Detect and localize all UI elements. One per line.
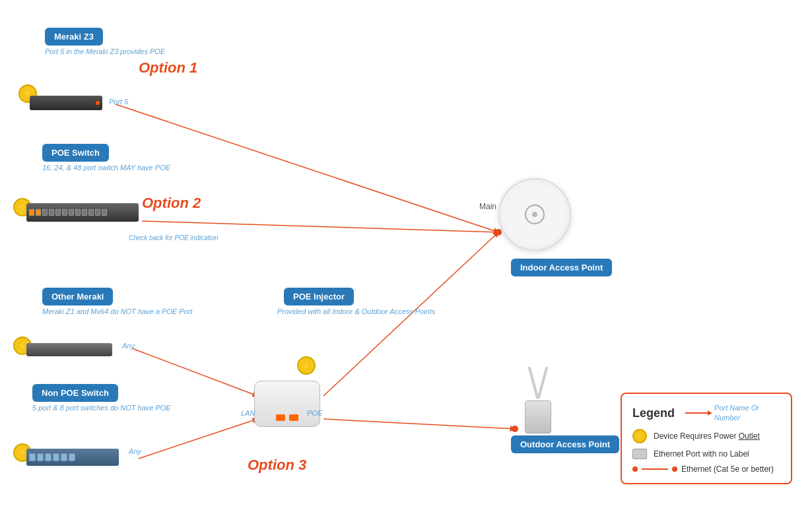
- svg-line-3: [139, 419, 257, 459]
- indoor-ap-inner: [525, 205, 545, 224]
- outdoor-ap-badge: Outdoor Access Point: [511, 435, 619, 453]
- legend-power-icon: ⚡: [632, 429, 647, 443]
- legend-eth-nolabel-icon: [632, 449, 647, 459]
- poe-switch-badge: POE Switch: [42, 144, 109, 162]
- option2-label: Option 2: [142, 195, 201, 212]
- option1-label: Option 1: [139, 59, 197, 77]
- legend-arrow-line: [685, 412, 712, 414]
- other-meraki-badge: Other Meraki: [42, 288, 113, 305]
- other-meraki-port-label: Any: [122, 342, 135, 350]
- poe-switch-note: 16, 24, & 48 port switch MAY have POE: [42, 161, 170, 173]
- other-meraki-note: Meraki Z1 and Mx64 do NOT have a POE Por…: [42, 305, 192, 317]
- other-meraki-device: [26, 343, 112, 356]
- indoor-ap-device: [498, 178, 571, 251]
- poe-injector-note: Provided with all Indoor & Outdoor Acces…: [277, 305, 435, 317]
- outdoor-ap-antenna: [532, 366, 544, 399]
- legend-eth-nolabel-item: Ethernet Port with no Label: [632, 449, 780, 459]
- outdoor-ap-device: [525, 366, 551, 433]
- legend-eth-line: [642, 468, 668, 470]
- poe-injector-power-icon: ⚡: [297, 356, 316, 375]
- option3-label: Option 3: [248, 457, 306, 474]
- legend-title: Legend: [632, 406, 675, 420]
- legend-eth-dot-left: [632, 466, 638, 472]
- injector-lan-label: LAN: [241, 409, 255, 417]
- non-poe-switch-device: [26, 449, 119, 466]
- poe-switch-port-note: Check back for POE indication: [129, 231, 219, 243]
- legend-arrow-line-item: Port Name Or Number: [685, 403, 774, 424]
- legend-box: Legend Port Name Or Number ⚡ Device Requ…: [621, 393, 792, 484]
- meraki-z3-port-label: Port 5: [109, 98, 128, 106]
- meraki-z3-badge: Meraki Z3: [45, 28, 103, 46]
- poe-injector-device: [254, 381, 320, 427]
- legend-eth-dot-right: [672, 466, 677, 472]
- indoor-ap-badge: Indoor Access Point: [511, 259, 612, 276]
- poe-switch-device: [26, 203, 139, 222]
- injector-poe-port: [289, 414, 298, 421]
- legend-eth-line-item: Ethernet (Cat 5e or better): [632, 464, 780, 474]
- injector-lan-port: [276, 414, 285, 421]
- meraki-z3-note: Port 5 in the Meraki Z3 provides POE: [45, 45, 165, 57]
- poe-injector-badge: POE Injector: [284, 288, 354, 305]
- indoor-ap-main-label: Main: [479, 202, 496, 211]
- non-poe-switch-badge: Non POE Switch: [32, 384, 118, 402]
- svg-point-7: [512, 426, 518, 432]
- non-poe-switch-note: 5 port & 8 port switches do NOT have POE: [32, 401, 171, 413]
- svg-line-2: [132, 348, 257, 396]
- indoor-ap-dot: [532, 212, 537, 217]
- meraki-z3-device: [30, 96, 102, 110]
- injector-poe-label: POE: [307, 409, 322, 417]
- svg-point-6: [495, 229, 502, 236]
- svg-line-5: [323, 419, 515, 429]
- legend-arrow-label: Port Name Or Number: [714, 403, 774, 424]
- non-poe-port-label: Any: [129, 447, 141, 455]
- legend-power-item: ⚡ Device Requires Power Outlet: [632, 429, 780, 443]
- svg-line-0: [116, 104, 498, 232]
